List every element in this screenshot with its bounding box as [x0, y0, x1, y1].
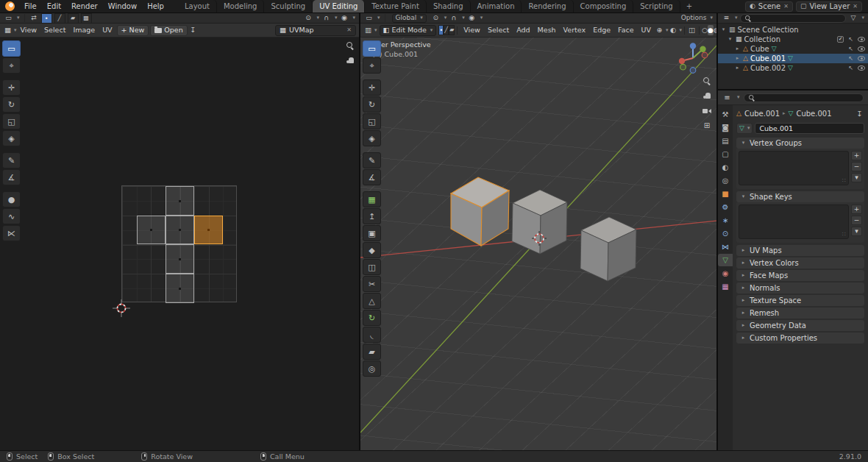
uv-tool-scale[interactable]: ◱: [2, 113, 21, 129]
blender-logo-icon[interactable]: [5, 1, 15, 11]
scene-selector[interactable]: ◐ Scene ✕: [745, 1, 793, 12]
selectable-toggle-icon[interactable]: ↖: [848, 37, 853, 43]
remove-view-layer-icon[interactable]: ✕: [853, 4, 858, 10]
overlays-toggle-icon[interactable]: ◐: [669, 26, 678, 35]
uv-face[interactable]: [166, 186, 194, 216]
shape-key-specials-button[interactable]: ▾: [851, 227, 862, 236]
v3d-tool-knife[interactable]: ✂: [363, 276, 381, 292]
menu-render[interactable]: Render: [66, 0, 103, 13]
add-workspace-button[interactable]: +: [680, 0, 698, 13]
v3d-tool-annotate[interactable]: ✎: [363, 152, 381, 168]
active-tool-icon[interactable]: ▭: [364, 14, 374, 23]
options-dropdown[interactable]: Options: [681, 15, 707, 21]
viewport-canvas[interactable]: User Perspective (1) Cube.001 ▭ ⌖ ✛ ↻ ◱ …: [360, 38, 716, 450]
uv-select-island-button[interactable]: ▩: [81, 13, 92, 24]
uv-tool-measure[interactable]: ∡: [2, 169, 21, 185]
v3d-tool-smooth[interactable]: ◟: [363, 327, 381, 343]
properties-search[interactable]: [744, 93, 864, 102]
zoom-icon[interactable]: [346, 42, 354, 49]
v3d-tool-scale[interactable]: ◱: [363, 113, 381, 129]
workspace-tab-layout[interactable]: Layout: [178, 0, 217, 13]
workspace-tab-uv-editing[interactable]: UV Editing: [313, 0, 365, 13]
hand-pan-icon[interactable]: [347, 57, 354, 65]
v3d-tool-select-box[interactable]: ▭: [363, 40, 381, 57]
uv-tool-select-box[interactable]: ▭: [2, 40, 21, 57]
prop-tab-data[interactable]: ▽: [718, 254, 733, 266]
menu-help[interactable]: Help: [142, 0, 169, 13]
v3d-menu-face[interactable]: Face: [614, 26, 637, 34]
add-shape-key-button[interactable]: +: [851, 205, 862, 214]
shading-wireframe-button[interactable]: ○: [702, 25, 708, 35]
v3d-menu-view[interactable]: View: [460, 26, 484, 34]
uv-menu-image[interactable]: Image: [69, 26, 99, 34]
snap-magnet-icon[interactable]: ∩: [449, 14, 458, 23]
uv-face[interactable]: [137, 216, 166, 244]
expand-arrow-icon[interactable]: ▾: [727, 37, 733, 42]
uv-tool-transform[interactable]: ◈: [2, 130, 21, 146]
proportional-edit-icon[interactable]: ◉: [339, 14, 349, 23]
v3d-tool-poly-build[interactable]: △: [363, 293, 381, 309]
open-image-button[interactable]: Open: [150, 25, 187, 36]
v3d-tool-bevel[interactable]: ◆: [363, 242, 381, 258]
v3d-menu-edge[interactable]: Edge: [589, 26, 614, 34]
panel-normals[interactable]: ▸ Normals: [736, 282, 864, 294]
pin-icon[interactable]: ↧: [188, 26, 198, 35]
panel-remesh[interactable]: ▸ Remesh: [736, 308, 864, 319]
select-mode-vertex-button[interactable]: ∙: [438, 25, 444, 35]
hide-viewport-eye-icon[interactable]: [858, 37, 865, 42]
uv-menu-select[interactable]: Select: [40, 26, 69, 34]
panel-shape-keys[interactable]: ▾ Shape Keys: [736, 191, 864, 202]
transform-orientation-select[interactable]: Global▾: [392, 14, 427, 23]
uv-select-face-button[interactable]: ▰: [68, 13, 79, 24]
prop-tab-render[interactable]: ◙: [718, 121, 733, 134]
snap-magnet-icon[interactable]: ∩: [321, 14, 331, 23]
uv-face[interactable]: [166, 244, 194, 274]
uv-map-selector[interactable]: ▦ UVMap ✕: [275, 25, 356, 36]
zoom-icon[interactable]: [703, 77, 711, 85]
hide-viewport-eye-icon[interactable]: [858, 65, 865, 71]
prop-tab-particles[interactable]: ∗: [718, 214, 733, 227]
pivot-point-icon[interactable]: ⊙: [303, 14, 313, 23]
v3d-tool-shrink-fatten[interactable]: ◎: [363, 360, 381, 377]
pin-icon[interactable]: ↧: [855, 110, 864, 118]
uv-canvas[interactable]: ▭ ⌖ ✛ ↻ ◱ ◈ ✎ ∡ ● ∿ ⋉: [0, 38, 359, 450]
add-vertex-group-button[interactable]: +: [851, 151, 862, 160]
v3d-tool-edge-slide[interactable]: ▰: [363, 344, 381, 360]
v3d-tool-inset-faces[interactable]: ▣: [363, 225, 381, 241]
vertex-groups-list[interactable]: ∷: [739, 151, 849, 185]
prop-tab-output[interactable]: ▤: [718, 135, 733, 147]
resize-grip-icon[interactable]: ∷: [842, 232, 846, 238]
menu-edit[interactable]: Edit: [42, 0, 66, 13]
editor-type-properties-icon[interactable]: ≡: [722, 93, 732, 102]
remove-shape-key-button[interactable]: −: [851, 216, 862, 225]
workspace-tab-shading[interactable]: Shading: [427, 0, 471, 13]
shading-solid-button[interactable]: ●: [708, 25, 714, 35]
outliner-row-cube[interactable]: ▸ △ Cube ▽ ↖: [718, 44, 868, 54]
remove-vertex-group-button[interactable]: −: [851, 162, 862, 171]
view-layer-selector[interactable]: ▢ View Layer ✕: [796, 1, 862, 12]
v3d-tool-rotate[interactable]: ↻: [363, 96, 381, 113]
uv-face[interactable]: [166, 216, 194, 244]
mesh-browse-button[interactable]: ▽ ▾: [736, 123, 753, 134]
outliner-row-cube-002[interactable]: ▸ △ Cube.002 ▽ ↖: [718, 63, 868, 73]
collection-checkbox[interactable]: ✓: [837, 36, 844, 43]
filter-icon[interactable]: ▽: [848, 14, 858, 23]
gizmos-toggle-icon[interactable]: ⊕: [655, 26, 664, 35]
menu-file[interactable]: File: [19, 0, 42, 13]
viewport-scene[interactable]: [360, 38, 716, 450]
v3d-tool-loop-cut[interactable]: ◫: [363, 259, 381, 275]
hand-pan-icon[interactable]: [704, 93, 711, 100]
outliner-row-collection[interactable]: ▾ ▦ Collection ✓ ↖: [718, 35, 868, 44]
uv-menu-uv[interactable]: UV: [99, 26, 115, 34]
panel-vertex-colors[interactable]: ▸ Vertex Colors: [736, 257, 864, 269]
expand-arrow-icon[interactable]: ▸: [734, 65, 741, 71]
properties-search-input[interactable]: [758, 94, 859, 102]
expand-arrow-icon[interactable]: ▾: [720, 27, 727, 32]
camera-view-icon[interactable]: [702, 108, 711, 114]
uv-tool-rotate[interactable]: ↻: [2, 96, 21, 113]
resize-grip-icon[interactable]: ∷: [842, 178, 846, 184]
uv-face-selected[interactable]: [194, 216, 223, 244]
xray-toggle-icon[interactable]: ◫: [687, 26, 697, 35]
v3d-tool-move[interactable]: ✛: [363, 79, 381, 96]
uv-tool-relax[interactable]: ∿: [2, 208, 21, 224]
